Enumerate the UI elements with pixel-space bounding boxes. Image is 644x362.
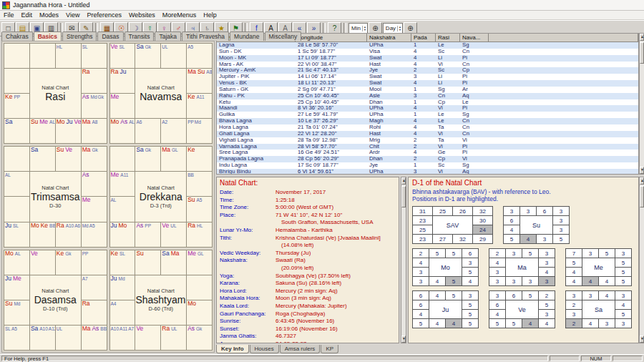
scroll-thumb[interactable] xyxy=(401,186,406,207)
planet-me: Me xyxy=(187,250,196,257)
scroll-down-icon[interactable]: ▼ xyxy=(640,167,644,174)
column-header-filler[interactable] xyxy=(489,34,638,42)
table-cell: Li xyxy=(436,55,460,62)
table-cell: Pi xyxy=(460,80,489,87)
status-help-text: For Help, press F1 xyxy=(1,356,548,361)
natal-scrollbar[interactable]: ▲▼ xyxy=(401,177,406,343)
table-cell: 10 Le 37' 26.29" xyxy=(296,118,367,124)
tab-chakras[interactable]: Chakras xyxy=(1,31,33,41)
tab-tithi-pravesha[interactable]: Tithi Pravesha xyxy=(182,31,229,41)
bav-ju-le: 5 xyxy=(462,310,478,318)
natal-value: 24-05-32.87 xyxy=(275,341,306,343)
column-header-longitude[interactable]: Longitude xyxy=(296,34,367,42)
bav-ma-ge: 3 xyxy=(539,249,555,258)
bav-sav-ta: 26 xyxy=(453,207,472,215)
chart-cell-li: UL xyxy=(56,326,81,350)
chart-shashtyamsa: KeSLSuSaMaMeGLJuMdA4MoA10A11A7VeRaULAsGk… xyxy=(109,250,213,351)
scroll-track[interactable] xyxy=(640,41,644,167)
ashtakavarga-note: Bhinna ashtakavarga (BAV) - with referen… xyxy=(412,188,635,202)
bottom-tab-key-info[interactable]: Key Info xyxy=(216,345,249,353)
chart-cell-sc: SaA10A12 xyxy=(30,326,55,350)
tab-miscellany[interactable]: Miscellany xyxy=(265,31,302,41)
table-row: Pranapada Lagna28 Cp 56' 20.29"Dhan2CpVi xyxy=(217,156,638,162)
table-cell xyxy=(489,169,638,175)
natal-value: 6:43:45 (November 16) xyxy=(275,318,334,326)
planet-mo: Mo xyxy=(187,300,196,307)
table-cell: Pi xyxy=(460,144,489,150)
scroll-up-icon[interactable]: ▲ xyxy=(640,34,644,41)
chart-subtitle: D-3 (Trd) xyxy=(150,202,172,209)
column-header-pada[interactable]: Pada xyxy=(411,34,436,42)
table-cell: Bhrigu Bindu xyxy=(217,169,296,175)
table-cell: 22 Vi 12' 28.20" xyxy=(296,131,367,137)
bav-scrollbar[interactable]: ▲▼ xyxy=(639,177,644,343)
tag-al: AL xyxy=(111,197,117,202)
tab-mundane[interactable]: Mundane xyxy=(230,31,263,41)
tab-transits[interactable]: Transits xyxy=(125,31,155,41)
natal-value: Moon (3 min sign: Aq) xyxy=(275,295,331,303)
minute-select-spinner[interactable]: ▲▼ xyxy=(362,26,367,31)
table-cell xyxy=(489,80,638,87)
menu-preferences[interactable]: Preferences xyxy=(83,11,125,19)
menu-websites[interactable]: Websites xyxy=(125,11,159,19)
scroll-up-icon[interactable]: ▲ xyxy=(640,177,644,185)
menu-modes[interactable]: Modes xyxy=(36,11,62,19)
natal-rows: Date:November 17, 2017Time:1:25:18Time Z… xyxy=(220,189,396,343)
bav-sa-sg: 2 xyxy=(566,319,582,328)
scroll-track[interactable] xyxy=(401,185,406,336)
scroll-thumb[interactable] xyxy=(640,42,644,64)
table-cell: 28 Vi 58' 57.70" xyxy=(296,144,367,150)
bav-me-ta: 5 xyxy=(599,249,615,258)
scroll-up-icon[interactable]: ▲ xyxy=(401,177,406,185)
natal-row: Place:71 W 41' 10", 42 N 12' 10" xyxy=(220,212,396,220)
bav-ve-cn: 5 xyxy=(539,300,555,309)
scroll-down-icon[interactable]: ▼ xyxy=(401,336,406,343)
tab-dasas[interactable]: Dasas xyxy=(97,31,123,41)
chart-cell-ta: SuVe xyxy=(56,147,81,171)
bav-mo-aq: 4 xyxy=(413,258,429,267)
bav-me-aq: 5 xyxy=(566,258,582,267)
column-header-nakshatra[interactable]: Nakshatra xyxy=(367,34,411,42)
minute-select[interactable]: Min▲▼ xyxy=(348,23,368,34)
table-cell: Vi xyxy=(460,137,489,144)
bottom-tab-kp[interactable]: KP xyxy=(321,345,338,353)
scroll-track[interactable] xyxy=(640,185,644,336)
tag-ul: UL xyxy=(171,326,177,331)
table-cell: 2 xyxy=(411,137,436,144)
tab-strengths[interactable]: Strengths xyxy=(62,31,97,41)
scroll-down-icon[interactable]: ▼ xyxy=(640,336,644,343)
table-cell: Aq xyxy=(460,93,489,99)
column-header-rasi[interactable]: Rasi xyxy=(436,34,460,42)
planet-ke: Ke xyxy=(187,147,195,153)
chart-drekkana: SaGkMaGLKeMeA11BBALSuA5JuMoAsPPVeULRaHLN… xyxy=(109,146,213,247)
column-header-nava[interactable]: Nava... xyxy=(460,34,489,42)
menu-view[interactable]: View xyxy=(62,11,83,19)
chart-cell-ar: Su xyxy=(135,250,160,275)
natal-value: Thursday (Ju) xyxy=(275,250,311,258)
menu-moremenus[interactable]: MoreMenus xyxy=(159,11,200,19)
bav-center-ju: Ju xyxy=(429,300,462,318)
bav-sa-vi: 3 xyxy=(615,319,631,328)
natal-label: Hora Lord: xyxy=(220,288,275,295)
table-scrollbar[interactable]: ▲▼ xyxy=(639,33,644,175)
day-select[interactable]: Day▲▼ xyxy=(383,23,403,34)
tag-sl: SL xyxy=(13,223,19,228)
table-cell: Cn xyxy=(460,49,489,55)
menu-file[interactable]: File xyxy=(0,11,18,19)
day-select-spinner[interactable]: ▲▼ xyxy=(397,26,402,31)
tab-basics[interactable]: Basics xyxy=(34,31,62,41)
bottom-tab-houses[interactable]: Houses xyxy=(250,345,279,353)
scroll-thumb[interactable] xyxy=(640,186,644,207)
menu-edit[interactable]: Edit xyxy=(18,11,36,19)
bottom-tab-amsa-rulers[interactable]: Amsa rulers xyxy=(280,345,321,353)
bav-center-ve: Ve xyxy=(506,300,538,318)
tab-tajaka[interactable]: Tajaka xyxy=(155,31,181,41)
table-cell: 2 Sg 09' 47.71" xyxy=(296,87,367,93)
table-row: Sun - DK1 Sc 59' 18.77"Visa4ScCn xyxy=(217,49,638,55)
bav-ju-ar: 4 xyxy=(429,291,445,300)
table-cell: Rahu - PK xyxy=(217,93,296,99)
bottom-tab-bar: Key InfoHousesAmsa rulersKP xyxy=(216,345,339,354)
table-cell: Jupiter - PiK xyxy=(217,74,296,80)
menu-help[interactable]: Help xyxy=(200,11,220,19)
table-cell: 18 Li 11' 20.13" xyxy=(296,80,367,87)
